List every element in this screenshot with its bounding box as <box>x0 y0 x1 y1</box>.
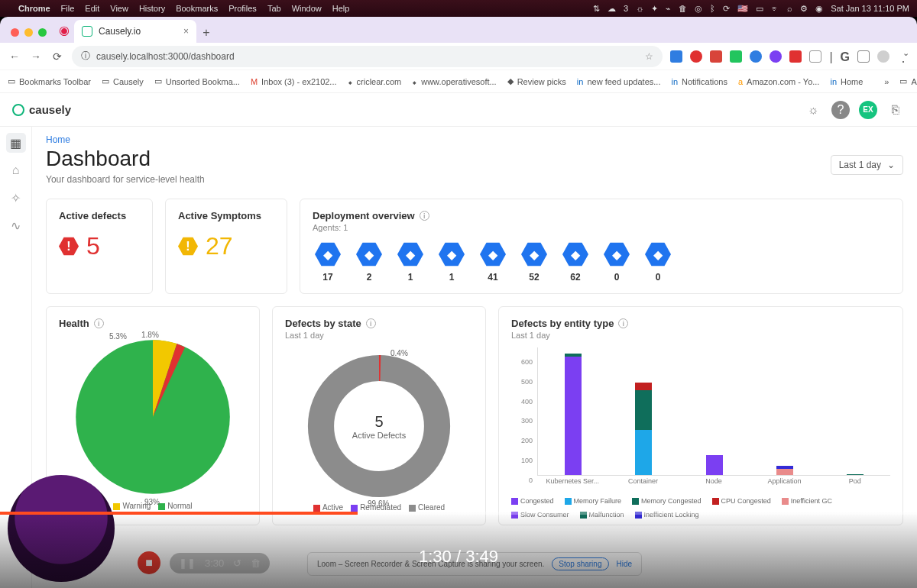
mac-clock[interactable]: Sat Jan 13 11:10 PM <box>831 4 909 13</box>
mac-menu-file[interactable]: File <box>61 4 75 13</box>
camera-icon[interactable]: ◎ <box>695 4 702 14</box>
info-icon[interactable]: i <box>366 318 376 328</box>
status-icon-3[interactable]: ⌁ <box>666 4 671 14</box>
bookmark-item[interactable]: in Notifications <box>671 77 727 86</box>
bookmark-star-icon[interactable]: ☆ <box>645 51 653 62</box>
ext-icon[interactable] <box>857 50 870 63</box>
window-controls[interactable] <box>11 28 47 37</box>
sidebar-item-activity[interactable]: ∿ <box>6 215 26 235</box>
bar-segment <box>706 455 723 475</box>
bookmarks-overflow-icon[interactable]: » <box>884 77 889 86</box>
sync-icon[interactable]: ⟳ <box>723 4 730 14</box>
mac-menu-help[interactable]: Help <box>332 4 350 13</box>
mac-menu-view[interactable]: View <box>110 4 128 13</box>
deployment-item[interactable]: ◆1 <box>436 241 467 283</box>
ext-icon[interactable] <box>730 50 742 63</box>
search-icon[interactable]: ⌕ <box>787 4 792 13</box>
bookmark-item[interactable]: ▭ Unsorted Bookma... <box>154 76 240 86</box>
legend-item: Normal <box>167 502 192 510</box>
flag-icon[interactable]: 🇺🇸 <box>737 4 748 14</box>
bookmark-item[interactable]: ◆ Review picks <box>507 76 566 86</box>
info-icon[interactable]: i <box>420 211 429 221</box>
reload-button[interactable]: ⟳ <box>50 50 64 63</box>
bookmark-item[interactable]: ▭ Bookmarks Toolbar <box>8 76 91 86</box>
ext-icon[interactable] <box>710 50 722 63</box>
info-icon[interactable]: i <box>94 318 104 328</box>
mac-menu-tab[interactable]: Tab <box>267 4 281 13</box>
siri-icon[interactable]: ◉ <box>815 4 823 14</box>
bluetooth-icon[interactable]: ᛒ <box>710 4 715 13</box>
kpi-active-defects[interactable]: Active defects ! 5 <box>46 199 153 294</box>
back-button[interactable]: ← <box>8 50 21 63</box>
deployment-item[interactable]: ◆17 <box>313 241 343 283</box>
deployment-item[interactable]: ◆1 <box>395 241 426 283</box>
deployment-item[interactable]: ◆0 <box>601 241 632 283</box>
ext-icon[interactable] <box>670 50 682 63</box>
wechat-icon[interactable]: ☁ <box>608 4 616 14</box>
mac-app-name[interactable]: Chrome <box>18 4 50 13</box>
control-center-icon[interactable]: ⚙ <box>800 4 808 14</box>
tab-close-icon[interactable]: × <box>183 26 189 37</box>
kpi-active-symptoms[interactable]: Active Symptoms ! 27 <box>165 199 287 294</box>
all-bookmarks-button[interactable]: ▭ All Bookmarks <box>899 76 917 86</box>
breadcrumb[interactable]: Home <box>46 134 903 145</box>
ext-icon[interactable] <box>750 50 762 63</box>
deployment-item[interactable]: ◆2 <box>354 241 384 283</box>
profile-avatar-icon[interactable] <box>877 50 889 63</box>
deployment-icon: ◆ <box>562 241 588 267</box>
theme-toggle-icon[interactable]: ☼ <box>804 101 822 119</box>
browser-tab[interactable]: Causely.io × <box>74 20 196 43</box>
bookmark-item[interactable]: ⬥ www.operativesoft... <box>412 77 496 86</box>
bookmark-item[interactable]: ⬥ criclear.com <box>348 77 402 86</box>
mac-menu-profiles[interactable]: Profiles <box>228 4 257 13</box>
tabs-dropdown-button[interactable]: ⌄ <box>899 46 912 60</box>
dropbox-icon[interactable]: ⇅ <box>593 4 600 14</box>
address-bar[interactable]: ⓘ causely.localhost:3000/dashboard ☆ <box>72 46 663 67</box>
deployment-item[interactable]: ◆52 <box>519 241 549 283</box>
sidebar-item-dashboard[interactable]: ▦ <box>6 133 26 153</box>
brand-name: causely <box>29 103 71 116</box>
pie-label: 5.3% <box>109 332 127 341</box>
sidebar-item-home[interactable]: ⌂ <box>6 160 26 180</box>
bookmark-item[interactable]: a Amazon.com - Yo... <box>738 77 820 86</box>
mac-menu-edit[interactable]: Edit <box>85 4 99 13</box>
sidebar-item-insights[interactable]: ✧ <box>6 188 26 208</box>
status-icon-2[interactable]: ✦ <box>651 4 658 14</box>
help-icon[interactable]: ? <box>831 101 850 119</box>
deployment-icon: ◆ <box>439 241 465 267</box>
ext-icon[interactable] <box>690 50 702 63</box>
y-tick: 200 <box>521 437 533 444</box>
bookmark-item[interactable]: in new feed updates... <box>577 77 661 86</box>
card-title: Defects by state <box>285 318 361 329</box>
ext-icon[interactable] <box>770 50 782 63</box>
y-tick: 0 <box>529 477 533 484</box>
google-account-icon[interactable]: G <box>841 50 850 63</box>
mac-menubar: Chrome File Edit View History Bookmarks … <box>0 0 917 17</box>
forward-button[interactable]: → <box>29 50 43 63</box>
bookmark-item[interactable]: ▭ Causely <box>102 76 144 86</box>
bookmark-item[interactable]: in Home <box>830 77 863 86</box>
deployment-item[interactable]: ◆62 <box>560 241 591 283</box>
mac-menu-window[interactable]: Window <box>292 4 322 13</box>
video-progress[interactable] <box>0 512 917 515</box>
battery-icon[interactable]: ▭ <box>756 4 763 14</box>
time-range-select[interactable]: Last 1 day ⌄ <box>831 155 903 175</box>
user-badge[interactable]: EX <box>859 101 877 119</box>
app-header: causely ☼ ? EX ⎘ <box>0 93 917 127</box>
site-info-icon[interactable]: ⓘ <box>81 50 90 63</box>
deployment-item[interactable]: ◆0 <box>643 241 673 283</box>
bookmark-item[interactable]: M Inbox (3) - ex2102... <box>251 77 337 86</box>
deployment-item[interactable]: ◆41 <box>478 241 508 283</box>
record-indicator-icon[interactable]: ◉ <box>54 20 74 40</box>
wifi-icon[interactable]: ᯤ <box>771 4 779 13</box>
status-icon[interactable]: ☼ <box>636 4 643 13</box>
app-logo[interactable]: causely <box>12 103 71 116</box>
mac-menu-bookmarks[interactable]: Bookmarks <box>176 4 218 13</box>
info-icon[interactable]: i <box>618 318 628 328</box>
trash-icon[interactable]: 🗑 <box>679 4 687 13</box>
logout-icon[interactable]: ⎘ <box>886 101 905 119</box>
ext-icon[interactable] <box>789 50 802 63</box>
ext-overflow-icon[interactable] <box>809 50 821 63</box>
mac-menu-history[interactable]: History <box>139 4 165 13</box>
new-tab-button[interactable]: + <box>196 23 216 43</box>
